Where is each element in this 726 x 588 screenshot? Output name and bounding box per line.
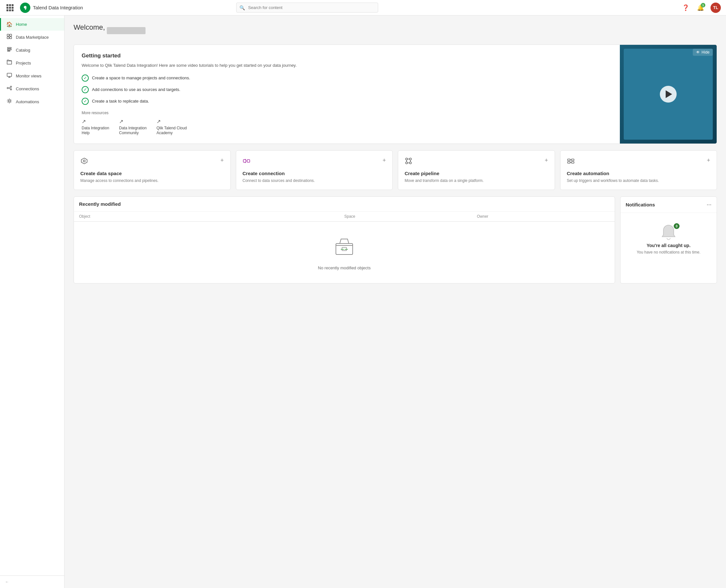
main-content: Welcome, Getting started Welcome to Qlik… xyxy=(64,16,726,588)
pipeline-title: Create pipeline xyxy=(405,171,548,176)
play-button[interactable] xyxy=(660,86,677,103)
sidebar-item-marketplace[interactable]: Data Marketplace xyxy=(0,30,64,44)
help-button[interactable]: ❓ xyxy=(681,3,690,13)
create-connection-card[interactable]: + Create connection Connect to data sour… xyxy=(236,150,393,190)
checklist-item-2: ✓ Add connections to use as sources and … xyxy=(82,86,612,93)
quick-actions: + Create data space Manage access to con… xyxy=(74,150,717,190)
empty-box-icon xyxy=(333,234,356,261)
card-header-automation: + xyxy=(567,157,710,167)
svg-rect-16 xyxy=(243,160,246,162)
card-header-connection: + xyxy=(243,157,386,167)
add-icon-pipeline: + xyxy=(545,157,548,164)
user-name-blurred xyxy=(107,27,146,34)
hide-label: Hide xyxy=(702,50,709,55)
notifications-header: Notifications ··· xyxy=(621,197,717,213)
svg-rect-23 xyxy=(572,159,574,161)
projects-svg xyxy=(7,60,12,65)
sidebar-collapse[interactable]: ← xyxy=(0,575,64,588)
resource-link-help[interactable]: ↗ Data Integration Help xyxy=(82,118,114,136)
avatar[interactable]: TL xyxy=(710,3,721,13)
hide-icon: 👁 xyxy=(696,50,700,55)
card-header-pipeline: + xyxy=(405,157,548,167)
pipeline-desc: Move and transform data on a single plat… xyxy=(405,178,548,184)
notifications-more-button[interactable]: ··· xyxy=(707,201,711,208)
sidebar-item-monitor[interactable]: Monitor views xyxy=(0,69,64,82)
home-icon: 🏠 xyxy=(6,21,13,27)
automation-desc: Set up triggers and workflows to automat… xyxy=(567,178,710,184)
resource-links: ↗ Data Integration Help ↗ Data Integrati… xyxy=(82,118,612,136)
connections-icon xyxy=(6,85,13,92)
bell-badge: 0 xyxy=(674,223,680,229)
hide-button[interactable]: 👁 Hide xyxy=(693,49,713,56)
resource-link-academy[interactable]: ↗ Qlik Talend Cloud Academy xyxy=(157,118,189,136)
app-body: 🏠 Home Data Marketplace xyxy=(0,16,726,588)
sidebar-item-catalog[interactable]: Catalog xyxy=(0,44,64,57)
empty-text: No recently modified objects xyxy=(318,266,370,270)
getting-started-card: Getting started Welcome to Qlik Talend D… xyxy=(74,44,717,144)
page-header: Welcome, xyxy=(74,23,717,38)
svg-point-20 xyxy=(406,162,408,164)
getting-started-content: Getting started Welcome to Qlik Talend D… xyxy=(74,45,620,144)
create-data-space-card[interactable]: + Create data space Manage access to con… xyxy=(74,150,231,190)
svg-point-18 xyxy=(406,158,408,160)
resource-link-community[interactable]: ↗ Data Integration Community xyxy=(119,118,151,136)
check-circle-2: ✓ xyxy=(82,86,89,93)
sidebar-item-projects[interactable]: Projects xyxy=(0,57,64,69)
checklist-text-1: Create a space to manage projects and co… xyxy=(92,76,190,80)
recently-modified-title: Recently modified xyxy=(79,201,121,207)
topbar-actions: ❓ 🔔 1 TL xyxy=(681,3,721,13)
svg-rect-5 xyxy=(10,37,12,39)
notifications-body: 0 You're all caught up. You have no noti… xyxy=(621,213,717,264)
monitor-svg xyxy=(7,72,12,78)
bottom-section: Recently modified Object Space Owner xyxy=(74,196,717,284)
card-header-data-space: + xyxy=(80,157,224,167)
connections-svg xyxy=(7,85,12,91)
apps-grid-button[interactable] xyxy=(5,3,16,13)
svg-rect-9 xyxy=(7,73,12,77)
svg-rect-22 xyxy=(567,159,570,161)
qlik-logo: Talend Data Integration xyxy=(20,3,83,13)
external-link-icon-2: ↗ xyxy=(119,118,123,125)
automations-icon xyxy=(6,98,13,105)
catalog-svg xyxy=(7,47,12,52)
add-icon-automation: + xyxy=(707,157,710,164)
sidebar-label-home: Home xyxy=(16,22,27,27)
resource-label-2: Data Integration Community xyxy=(119,126,151,136)
sidebar-label-catalog: Catalog xyxy=(16,48,30,52)
getting-started-title: Getting started xyxy=(82,52,612,59)
svg-rect-4 xyxy=(7,37,9,39)
resource-label-1: Data Integration Help xyxy=(82,126,114,136)
sidebar-label-projects: Projects xyxy=(16,61,31,65)
search-input[interactable] xyxy=(236,3,378,13)
sidebar-item-connections[interactable]: Connections xyxy=(0,82,64,95)
svg-point-0 xyxy=(24,6,26,8)
caught-up-title: You're all caught up. xyxy=(647,243,690,248)
create-automation-card[interactable]: + Create automation Set up triggers and … xyxy=(560,150,717,190)
sidebar-item-automations[interactable]: Automations xyxy=(0,95,64,108)
automations-svg xyxy=(7,98,12,104)
svg-rect-7 xyxy=(7,49,11,50)
create-pipeline-card[interactable]: + Create pipeline Move and transform dat… xyxy=(398,150,555,190)
empty-box-svg xyxy=(333,234,356,258)
svg-rect-8 xyxy=(7,51,10,51)
sidebar-label-monitor: Monitor views xyxy=(16,74,41,78)
marketplace-icon xyxy=(6,34,13,40)
automation-svg xyxy=(567,157,575,165)
svg-rect-17 xyxy=(247,160,250,162)
notifications-panel: Notifications ··· 0 You're all caught up… xyxy=(620,196,717,284)
bell-wrapper: 0 xyxy=(659,223,678,243)
resource-label-3: Qlik Talend Cloud Academy xyxy=(157,126,189,136)
notifications-button[interactable]: 🔔 1 xyxy=(696,3,705,13)
svg-rect-2 xyxy=(7,34,9,36)
external-link-icon-3: ↗ xyxy=(157,118,161,125)
collapse-icon: ← xyxy=(5,580,9,584)
svg-point-21 xyxy=(410,162,411,164)
data-space-title: Create data space xyxy=(80,171,224,176)
getting-started-desc: Welcome to Qlik Talend Data Integration!… xyxy=(82,62,612,69)
resources-title: More resources xyxy=(82,111,612,115)
sidebar-label-marketplace: Data Marketplace xyxy=(16,35,49,40)
sidebar-item-home[interactable]: 🏠 Home xyxy=(0,18,64,30)
check-circle-1: ✓ xyxy=(82,75,89,82)
app-title: Talend Data Integration xyxy=(33,5,83,10)
grid-icon xyxy=(6,4,14,11)
